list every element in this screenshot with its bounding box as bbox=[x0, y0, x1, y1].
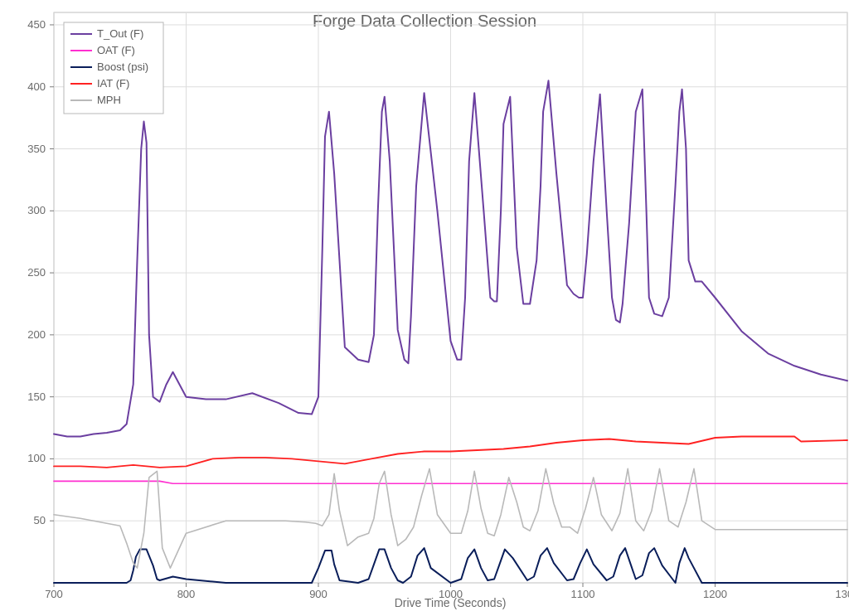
y-tick-label: 450 bbox=[27, 18, 46, 31]
legend-label: IAT (F) bbox=[97, 77, 129, 90]
y-tick-label: 200 bbox=[27, 328, 46, 341]
y-tick-label: 400 bbox=[27, 80, 46, 93]
x-axis-label: Drive Time (Seconds) bbox=[395, 596, 507, 609]
y-tick-label: 300 bbox=[27, 204, 46, 216]
y-tick-label: 350 bbox=[27, 143, 46, 155]
x-tick-label: 900 bbox=[309, 588, 327, 600]
legend-label: MPH bbox=[97, 94, 121, 106]
legend-label: OAT (F) bbox=[97, 44, 135, 56]
gridlines bbox=[54, 12, 847, 583]
x-tick-label: 800 bbox=[177, 588, 196, 600]
y-tick-label: 100 bbox=[27, 452, 46, 464]
x-tick-label: 700 bbox=[45, 588, 63, 600]
y-tick-label: 150 bbox=[27, 390, 46, 403]
chart-title: Forge Data Collection Session bbox=[313, 12, 536, 30]
x-tick-label: 1200 bbox=[703, 588, 727, 600]
y-tick-label: 250 bbox=[27, 266, 46, 279]
legend-label: T_Out (F) bbox=[97, 27, 143, 40]
legend: T_Out (F)OAT (F)Boost (psi)IAT (F)MPH bbox=[64, 22, 163, 114]
x-tick-label: 1100 bbox=[571, 588, 595, 600]
legend-label: Boost (psi) bbox=[97, 61, 148, 73]
y-tick-label: 50 bbox=[34, 514, 46, 526]
forge-chart: Forge Data Collection Session 7008009001… bbox=[0, 0, 849, 616]
y-ticks: 50100150200250300350400450 bbox=[27, 18, 54, 526]
x-tick-label: 1300 bbox=[836, 588, 849, 600]
